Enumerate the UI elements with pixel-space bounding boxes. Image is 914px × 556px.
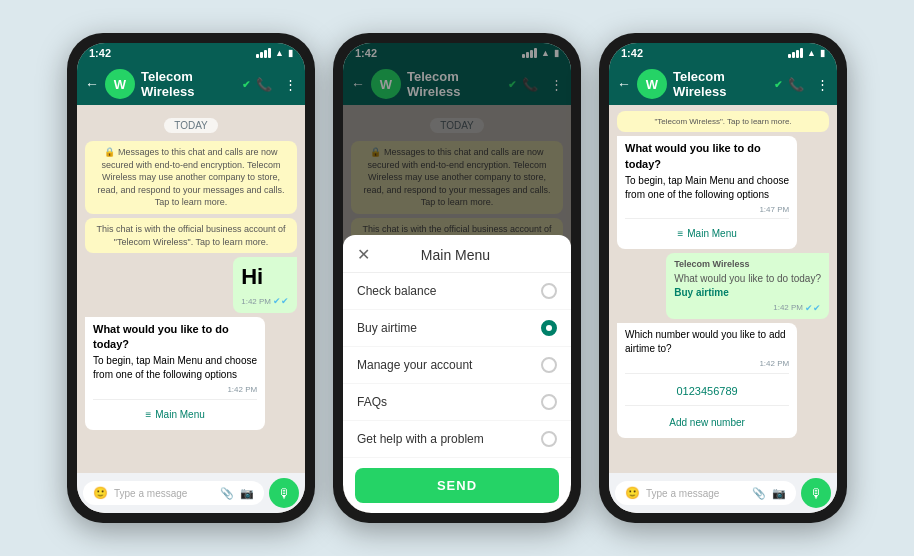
modal-item-3[interactable]: FAQs xyxy=(343,384,571,421)
modal-close-2[interactable]: ✕ xyxy=(357,245,370,264)
chat-area-1: TODAY 🔒 Messages to this chat and calls … xyxy=(77,105,305,473)
header-name-1: Telecom Wireless ✔ xyxy=(141,69,250,99)
signal-icon-3 xyxy=(788,48,803,58)
chat-header-1: ← W Telecom Wireless ✔ 📞 ⋮ xyxy=(77,63,305,105)
modal-item-4[interactable]: Get help with a problem xyxy=(343,421,571,458)
msg-body-1: To begin, tap Main Menu and choose from … xyxy=(93,354,257,382)
input-placeholder-1: Type a message xyxy=(114,488,214,499)
msg-bot-title-3: What would you like to do today? xyxy=(625,141,789,172)
phone-1-screen: 1:42 ▲ ▮ ← W Teleco xyxy=(77,43,305,513)
bot-label-3a: Telecom Wireless xyxy=(674,258,821,271)
input-bar-1: 🙂 Type a message 📎 📷 🎙 xyxy=(77,473,305,513)
modal-item-1[interactable]: Buy airtime xyxy=(343,310,571,347)
avatar-3: W xyxy=(637,69,667,99)
emoji-icon-3: 🙂 xyxy=(625,486,640,500)
chat-area-3: "Telecom Wireless". Tap to learn more. W… xyxy=(609,105,837,473)
system-msg-3-trunc: "Telecom Wireless". Tap to learn more. xyxy=(617,111,829,132)
check-3: ✔✔ xyxy=(805,302,821,315)
main-menu-button-1[interactable]: ≡ Main Menu xyxy=(93,404,257,425)
system-msg-1b: This chat is with the official business … xyxy=(85,218,297,253)
msg-bot-3: What would you like to do today? To begi… xyxy=(617,136,797,249)
msg-buy-text-3: What would you like to do today? xyxy=(674,272,821,286)
question-text-3: Which number would you like to add airti… xyxy=(625,328,789,356)
phone-1: 1:42 ▲ ▮ ← W Teleco xyxy=(67,33,315,523)
phone-icon-3[interactable]: 📞 xyxy=(788,77,804,92)
verified-badge-3: ✔ xyxy=(774,79,782,90)
radio-inner-1 xyxy=(546,325,552,331)
msg-bot-time-3: 1:47 PM xyxy=(625,204,789,215)
camera-icon-1: 📷 xyxy=(240,487,254,500)
modal-title-2: Main Menu xyxy=(421,247,490,263)
msg-buy-3: Telecom Wireless What would you like to … xyxy=(666,253,829,319)
back-button-3[interactable]: ← xyxy=(617,76,631,92)
main-menu-button-3[interactable]: ≡ Main Menu xyxy=(625,223,789,244)
input-area-3[interactable]: 🙂 Type a message 📎 📷 xyxy=(615,481,796,505)
msg-time-menu-1: 1:42 PM xyxy=(93,384,257,395)
battery-icon-1: ▮ xyxy=(288,48,293,58)
radio-4 xyxy=(541,431,557,447)
phone-2-screen: 1:42 ▲ ▮ ← W Teleco xyxy=(343,43,571,513)
status-time-1: 1:42 xyxy=(89,47,111,59)
msg-hi-1: Hi 1:42 PM ✔✔ xyxy=(233,257,297,312)
modal-header-2: ✕ Main Menu xyxy=(343,235,571,273)
status-bar-1: 1:42 ▲ ▮ xyxy=(77,43,305,63)
verified-badge-1: ✔ xyxy=(242,79,250,90)
radio-3 xyxy=(541,394,557,410)
attachment-icon-1: 📎 xyxy=(220,487,234,500)
input-bar-3: 🙂 Type a message 📎 📷 🎙 xyxy=(609,473,837,513)
wifi-icon-3: ▲ xyxy=(807,48,816,58)
wifi-icon-1: ▲ xyxy=(275,48,284,58)
phone-3-screen: 1:42 ▲ ▮ ← W Teleco xyxy=(609,43,837,513)
menu-icon-btn-3: ≡ xyxy=(677,228,683,239)
phone-icon-1[interactable]: 📞 xyxy=(256,77,272,92)
msg-q-time-3: 1:42 PM xyxy=(625,358,789,369)
option-number-3[interactable]: 0123456789 xyxy=(625,380,789,402)
avatar-1: W xyxy=(105,69,135,99)
header-info-1: Telecom Wireless ✔ xyxy=(141,69,250,99)
mic-button-3[interactable]: 🎙 xyxy=(801,478,831,508)
radio-1 xyxy=(541,320,557,336)
header-info-3: Telecom Wireless ✔ xyxy=(673,69,782,99)
msg-menu-1: What would you like to do today? To begi… xyxy=(85,317,265,430)
status-bar-3: 1:42 ▲ ▮ xyxy=(609,43,837,63)
modal-item-0[interactable]: Check balance xyxy=(343,273,571,310)
emoji-icon-1: 🙂 xyxy=(93,486,108,500)
msg-bot-body-3: To begin, tap Main Menu and choose from … xyxy=(625,174,789,202)
send-button-2[interactable]: SEND xyxy=(355,468,559,503)
menu-icon-btn-1: ≡ xyxy=(145,409,151,420)
header-actions-3: 📞 ⋮ xyxy=(788,77,829,92)
phone-3: 1:42 ▲ ▮ ← W Teleco xyxy=(599,33,847,523)
signal-icon-1 xyxy=(256,48,271,58)
attachment-icon-3: 📎 xyxy=(752,487,766,500)
camera-icon-3: 📷 xyxy=(772,487,786,500)
menu-icon-1[interactable]: ⋮ xyxy=(284,77,297,92)
radio-0 xyxy=(541,283,557,299)
msg-question-3: Which number would you like to add airti… xyxy=(617,323,797,437)
radio-2 xyxy=(541,357,557,373)
mic-button-1[interactable]: 🎙 xyxy=(269,478,299,508)
modal-item-2[interactable]: Manage your account xyxy=(343,347,571,384)
check-1: ✔✔ xyxy=(273,295,289,308)
menu-icon-3[interactable]: ⋮ xyxy=(816,77,829,92)
buy-airtime-label-3: Buy airtime xyxy=(674,286,821,300)
status-time-3: 1:42 xyxy=(621,47,643,59)
modal-sheet-2: ✕ Main Menu Check balance Buy airtime xyxy=(343,235,571,513)
battery-icon-3: ▮ xyxy=(820,48,825,58)
chat-header-3: ← W Telecom Wireless ✔ 📞 ⋮ xyxy=(609,63,837,105)
input-area-1[interactable]: 🙂 Type a message 📎 📷 xyxy=(83,481,264,505)
header-name-3: Telecom Wireless ✔ xyxy=(673,69,782,99)
input-placeholder-3: Type a message xyxy=(646,488,746,499)
option-new-number-3[interactable]: Add new number xyxy=(625,412,789,433)
modal-overlay-2[interactable]: ✕ Main Menu Check balance Buy airtime xyxy=(343,43,571,513)
header-actions-1: 📞 ⋮ xyxy=(256,77,297,92)
hi-text-1: Hi xyxy=(241,264,263,289)
msg-buy-time-3: 1:42 PM ✔✔ xyxy=(674,302,821,315)
msg-title-1: What would you like to do today? xyxy=(93,322,257,353)
date-label-1: TODAY xyxy=(85,115,297,133)
msg-time-hi-1: 1:42 PM ✔✔ xyxy=(241,295,289,308)
status-icons-3: ▲ ▮ xyxy=(788,48,825,58)
phone-2: 1:42 ▲ ▮ ← W Teleco xyxy=(333,33,581,523)
status-icons-1: ▲ ▮ xyxy=(256,48,293,58)
system-msg-1a: 🔒 Messages to this chat and calls are no… xyxy=(85,141,297,214)
back-button-1[interactable]: ← xyxy=(85,76,99,92)
